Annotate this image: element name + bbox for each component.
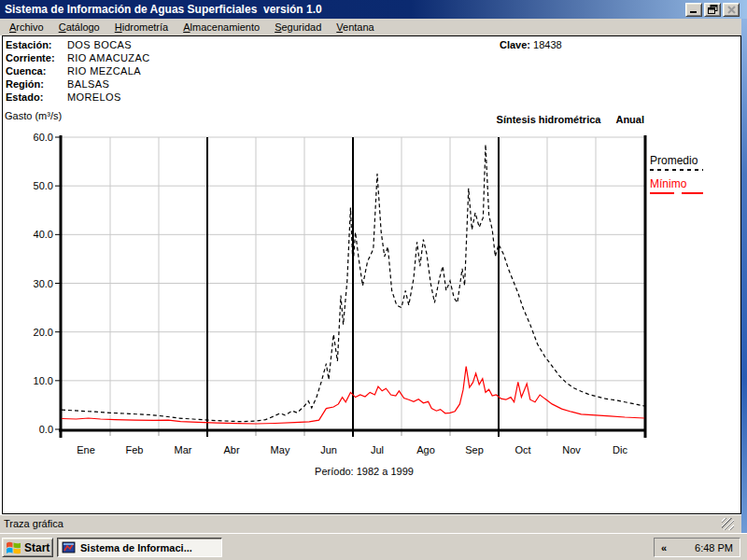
station-info: Estación: DOS BOCAS Corriente: RIO AMACU…	[6, 38, 55, 104]
field-label: Región:	[6, 78, 44, 90]
system-tray: « 6:48 PM	[654, 538, 740, 557]
menu-item-almacenamiento[interactable]: Almacenamiento	[176, 20, 267, 35]
task-label: Sistema de Informaci...	[80, 542, 192, 553]
field-value: DOS BOCAS	[67, 38, 132, 51]
legend-item-promedio: Promedio	[650, 154, 743, 171]
chart-y-axis-title: Gasto (m³/s)	[5, 110, 62, 121]
chart-title-period: Anual	[615, 114, 644, 125]
field-value: RIO AMACUZAC	[67, 51, 150, 64]
menu-item-catalogo[interactable]: Catálogo	[51, 20, 107, 35]
start-button[interactable]: Start	[2, 538, 53, 557]
field-value: BALSAS	[67, 77, 109, 91]
content-area	[2, 35, 741, 514]
status-bar: Traza gráfica	[0, 515, 741, 533]
close-button[interactable]	[723, 3, 740, 17]
field-label: Cuenca:	[6, 65, 46, 77]
field-label: Corriente:	[6, 52, 55, 63]
clave-field: Clave: 18438	[500, 39, 562, 50]
window-title: Sistema de Información de Aguas Superfic…	[0, 0, 747, 19]
station-field: Corriente: RIO AMACUZAC	[6, 51, 55, 64]
app-icon	[62, 541, 77, 554]
legend-label: Promedio	[650, 154, 743, 167]
desktop-edge	[741, 19, 747, 533]
menu-item-archivo[interactable]: Archivo	[2, 20, 51, 35]
field-value: MORELOS	[67, 91, 121, 104]
menu-item-seguridad[interactable]: Seguridad	[267, 20, 329, 35]
start-label: Start	[24, 541, 49, 554]
windows-flag-icon	[6, 540, 21, 554]
minimize-icon	[689, 5, 698, 16]
menu-bar: ArchivoCatálogoHidrometríaAlmacenamiento…	[0, 19, 741, 35]
taskbar-task-sistema[interactable]: Sistema de Informaci...	[57, 538, 222, 557]
window-controls	[685, 3, 740, 17]
restore-icon	[708, 5, 718, 16]
chart-caption: Período: 1982 a 1999	[261, 466, 467, 477]
restore-button[interactable]	[704, 3, 721, 17]
menu-item-ventana[interactable]: Ventana	[329, 20, 381, 35]
field-label: Estado:	[6, 91, 43, 103]
field-value: RIO MEZCALA	[67, 64, 141, 77]
chart-title: Síntesis hidrométricaAnual	[392, 114, 644, 125]
station-field: Cuenca: RIO MEZCALA	[6, 64, 55, 77]
station-field: Estado: MORELOS	[6, 91, 55, 104]
chart-title-main: Síntesis hidrométrica	[497, 114, 601, 125]
title-bar: Sistema de Información de Aguas Superfic…	[0, 0, 747, 19]
legend-line-sample	[650, 192, 703, 194]
clave-label: Clave:	[500, 39, 530, 50]
menu-item-hidrometria[interactable]: Hidrometría	[107, 20, 176, 35]
legend-item-minimo: Mínimo	[650, 177, 743, 194]
tray-clock[interactable]: 6:48 PM	[695, 542, 733, 553]
minimize-button[interactable]	[685, 3, 702, 17]
clave-value: 18438	[533, 39, 562, 50]
taskbar: Start Sistema de Informaci... « 6:48 PM	[0, 533, 747, 560]
resize-grip[interactable]	[722, 518, 734, 530]
status-text: Traza gráfica	[4, 518, 63, 529]
station-field: Región: BALSAS	[6, 77, 55, 91]
chart-legend: PromedioMínimo	[650, 154, 743, 201]
legend-label: Mínimo	[650, 177, 743, 190]
legend-line-sample	[650, 169, 703, 171]
tray-chevron-icon[interactable]: «	[661, 542, 667, 553]
field-label: Estación:	[6, 39, 52, 50]
close-icon	[727, 5, 736, 16]
station-field: Estación: DOS BOCAS	[6, 38, 55, 51]
